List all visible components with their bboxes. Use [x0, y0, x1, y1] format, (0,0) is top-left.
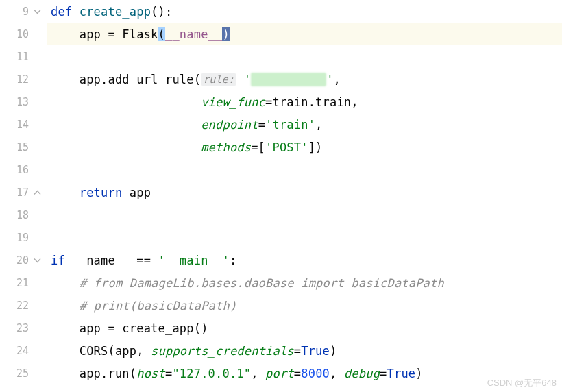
code-line[interactable]: app.add_url_rule( rule: '',	[47, 68, 562, 90]
fold-start-icon[interactable]	[34, 8, 41, 15]
line-number: 17	[0, 181, 47, 204]
line-number: 25	[0, 362, 47, 384]
keyword: if	[51, 254, 72, 267]
code-line[interactable]: methods=['POST'])	[47, 136, 562, 158]
param: view_func	[201, 95, 265, 109]
code-area[interactable]: def create_app(): app = Flask(__name__) …	[47, 0, 562, 392]
code-line[interactable]	[47, 158, 562, 181]
line-number: 13	[0, 90, 47, 113]
caret: )	[222, 27, 229, 41]
code-line[interactable]: app.run(host="127.0.0.1", port=8000, deb…	[47, 362, 562, 384]
code-line[interactable]: # print(basicDataPath)	[47, 294, 562, 317]
line-number: 22	[0, 294, 47, 317]
code-line[interactable]	[47, 45, 562, 68]
keyword: def	[51, 5, 80, 19]
line-number: 10	[0, 23, 47, 45]
line-number: 14	[0, 113, 47, 136]
line-number: 15	[0, 136, 47, 158]
param-hint: rule:	[201, 73, 236, 86]
gutter: 9 10 11 12 13 14 15 16 17 18 19 20 21 22	[0, 0, 47, 392]
code-line[interactable]: view_func=train.train,	[47, 90, 562, 113]
comment: # print(basicDataPath)	[80, 299, 237, 313]
code-line[interactable]: def create_app():	[47, 0, 562, 23]
code-line[interactable]	[47, 226, 562, 249]
line-number: 12	[0, 68, 47, 90]
line-number: 23	[0, 317, 47, 339]
code-line[interactable]: app = create_app()	[47, 317, 562, 339]
fold-start-icon[interactable]	[34, 256, 41, 264]
param: debug	[344, 367, 380, 380]
function-name: create_app	[80, 5, 151, 19]
line-number: 18	[0, 204, 47, 226]
line-number: 21	[0, 271, 47, 294]
code-line[interactable]: return app	[47, 181, 562, 204]
code-line[interactable]	[47, 204, 562, 226]
dunder: __name__	[165, 27, 222, 41]
param: host	[136, 367, 165, 380]
code-editor[interactable]: 9 10 11 12 13 14 15 16 17 18 19 20 21 22	[0, 0, 562, 392]
line-number: 19	[0, 226, 47, 249]
param: port	[265, 367, 294, 380]
comment: # from DamageLib.bases.daoBase import ba…	[80, 276, 444, 290]
line-number: 11	[0, 45, 47, 68]
redacted-text	[251, 73, 326, 86]
code-line-current[interactable]: app = Flask(__name__)	[47, 23, 562, 45]
param: supports_credentials	[151, 344, 294, 358]
fold-end-icon[interactable]	[34, 188, 41, 196]
watermark: CSDN @无平648	[487, 377, 557, 389]
selection: (	[158, 27, 165, 41]
line-number: 20	[0, 249, 47, 271]
code-line[interactable]: # from DamageLib.bases.daoBase import ba…	[47, 271, 562, 294]
keyword: return	[80, 186, 130, 199]
line-number: 24	[0, 339, 47, 362]
line-number: 9	[0, 0, 47, 23]
code-line[interactable]: endpoint='train',	[47, 113, 562, 136]
code-line[interactable]: if __name__ == '__main__':	[47, 249, 562, 271]
param: methods	[201, 140, 251, 154]
line-number: 16	[0, 158, 47, 181]
param: endpoint	[201, 118, 258, 132]
code-line[interactable]: CORS(app, supports_credentials=True)	[47, 339, 562, 362]
